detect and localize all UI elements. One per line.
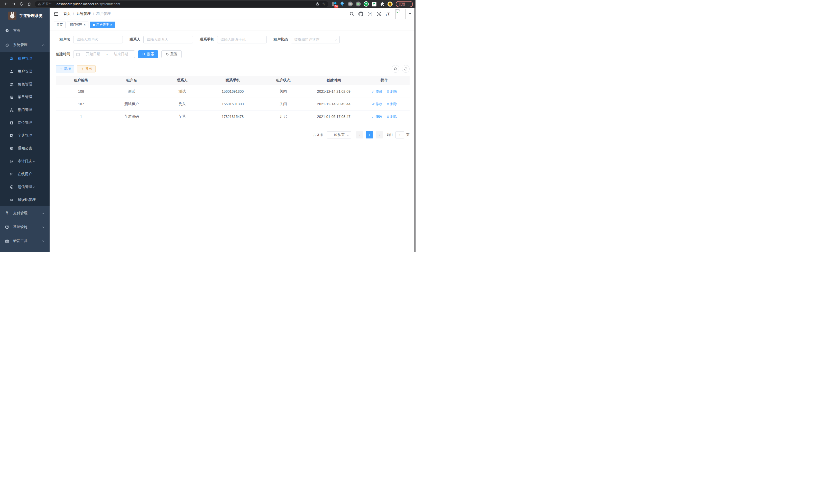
- extension-command[interactable]: ⌘: [348, 2, 353, 7]
- sidebar-item-sms[interactable]: 短信管理: [0, 181, 50, 194]
- extension-flag[interactable]: [372, 2, 377, 7]
- status-select[interactable]: [291, 36, 340, 43]
- chevron-down-icon: [41, 239, 45, 243]
- sidebar-collapse-button[interactable]: [54, 11, 59, 17]
- browser-home-button[interactable]: [26, 1, 32, 7]
- edit-button[interactable]: 修改: [372, 102, 382, 106]
- browser-reload-button[interactable]: [18, 1, 25, 7]
- filter-row-2: 创建时间 开始日期 - 结束日期 搜索 重置: [56, 50, 409, 58]
- sidebar-item-post[interactable]: 岗位管理: [0, 116, 50, 129]
- add-button[interactable]: 新增: [56, 65, 74, 72]
- sidebar-item-label: 字典管理: [18, 133, 32, 138]
- sidebar-item-dept[interactable]: 部门管理: [0, 103, 50, 116]
- status-select-input[interactable]: [291, 36, 340, 43]
- avatar[interactable]: [396, 9, 406, 19]
- refresh-table-button[interactable]: [402, 65, 409, 73]
- export-button[interactable]: 导出: [77, 65, 95, 72]
- extension-tampermonkey[interactable]: 10: [332, 2, 337, 7]
- bookmark-star-icon[interactable]: ☆: [322, 2, 325, 6]
- tags-view-bar: 首页 部门管理 租户管理: [50, 20, 416, 30]
- gear-icon: [5, 43, 9, 47]
- reset-button[interactable]: 重置: [161, 50, 182, 58]
- delete-button[interactable]: 删除: [386, 89, 397, 94]
- sidebar-item-infra[interactable]: 基础设施: [0, 220, 50, 234]
- sidebar-item-role[interactable]: 角色管理: [0, 78, 50, 91]
- chevron-down-icon: [41, 212, 45, 215]
- sidebar-item-dict[interactable]: 字典管理: [0, 129, 50, 142]
- browser-back-button[interactable]: [3, 1, 9, 7]
- goto-page-input[interactable]: [396, 131, 404, 139]
- filter-tenant-name: 租户名: [56, 36, 123, 43]
- browser-forward-button[interactable]: [10, 1, 17, 7]
- security-indicator[interactable]: 不安全: [37, 2, 52, 6]
- app-title: 芋道管理系统: [19, 13, 42, 18]
- delete-button[interactable]: 删除: [386, 114, 397, 119]
- sidebar-item-user[interactable]: 用户管理: [0, 65, 50, 78]
- filter-row-1: 租户名 联系人 联系手机 租户状态: [56, 36, 409, 43]
- chevron-down-icon: [32, 160, 35, 163]
- tab-tenant[interactable]: 租户管理: [90, 22, 115, 28]
- sidebar-item-label: 基础设施: [13, 225, 41, 229]
- extension-balloon[interactable]: [340, 2, 345, 7]
- pagination: 共 3 条 10条/页 1 前往 页: [56, 131, 409, 139]
- user-icon: [10, 69, 13, 73]
- phone-input[interactable]: [217, 36, 267, 43]
- chevron-down-icon: [41, 226, 45, 229]
- search-button[interactable]: 搜索: [138, 50, 158, 58]
- sidebar-item-home[interactable]: 首页: [0, 23, 50, 38]
- sidebar-item-online-user[interactable]: 在线用户: [0, 168, 50, 181]
- help-button[interactable]: [368, 12, 372, 16]
- extension-recorder[interactable]: [355, 2, 361, 7]
- app-logo[interactable]: 芋道管理系统: [0, 8, 50, 23]
- user-menu[interactable]: [396, 9, 411, 19]
- tab-close-icon[interactable]: [84, 23, 86, 27]
- show-search-toggle-button[interactable]: [392, 65, 399, 73]
- tab-close-icon[interactable]: [110, 23, 112, 27]
- tab-dept[interactable]: 部门管理: [67, 22, 88, 28]
- sidebar-item-audit-log[interactable]: 审计日志: [0, 155, 50, 168]
- chrome-update-button[interactable]: 更新 ⋮: [396, 1, 413, 7]
- edit-button[interactable]: 修改: [372, 89, 382, 94]
- github-link[interactable]: [359, 11, 363, 17]
- fullscreen-button[interactable]: [376, 11, 381, 16]
- code-icon: [10, 198, 13, 202]
- sidebar-item-error-code[interactable]: 错误码管理: [0, 194, 50, 206]
- page-1-button[interactable]: 1: [366, 131, 373, 139]
- share-button[interactable]: [316, 2, 319, 6]
- sidebar-item-label: 租户管理: [18, 56, 32, 61]
- prev-page-button[interactable]: [356, 131, 363, 139]
- font-size-button[interactable]: [385, 12, 390, 16]
- breadcrumb-home[interactable]: 首页: [63, 11, 71, 16]
- edit-button[interactable]: 修改: [372, 114, 382, 119]
- next-page-button[interactable]: [376, 131, 383, 139]
- hamburger-indent-icon: [54, 11, 59, 17]
- sidebar-item-dev-tools[interactable]: 研发工具: [0, 234, 50, 248]
- contact-input[interactable]: [143, 36, 193, 43]
- page-size-select[interactable]: 10条/页: [327, 131, 351, 139]
- tab-home[interactable]: 首页: [54, 22, 65, 28]
- profile-avatar[interactable]: [388, 2, 393, 7]
- table-header-row: 租户编号 租户名 联系人 联系手机 租户状态 创建时间 操作: [56, 76, 409, 85]
- delete-button[interactable]: 删除: [386, 102, 397, 106]
- date-range-picker[interactable]: 开始日期 - 结束日期: [73, 50, 135, 58]
- sidebar-item-pay[interactable]: ¥ 支付管理: [0, 206, 50, 220]
- search-icon: [349, 11, 354, 16]
- breadcrumb-system[interactable]: 系统管理: [76, 11, 91, 16]
- roles-icon: [10, 83, 13, 86]
- tenant-name-input[interactable]: [73, 36, 123, 43]
- sidebar-item-menu[interactable]: 菜单管理: [0, 91, 50, 103]
- logo-rabbit-icon: [8, 11, 17, 20]
- extension-y-app[interactable]: Y: [364, 2, 369, 7]
- sidebar-item-notice[interactable]: 通知公告: [0, 142, 50, 155]
- filter-status: 租户状态: [274, 36, 340, 43]
- share-icon: [316, 2, 319, 6]
- sidebar-item-tenant[interactable]: 租户管理: [0, 52, 50, 65]
- chrome-menu-icon[interactable]: ⋮: [407, 2, 410, 6]
- search-icon: [394, 67, 398, 71]
- address-bar[interactable]: 不安全 dashboard.yudao.iocoder.cn/system/te…: [35, 1, 328, 7]
- extensions-menu[interactable]: [379, 2, 385, 7]
- header-search-button[interactable]: [349, 11, 354, 16]
- col-tenant-id: 租户编号: [56, 76, 106, 85]
- fullscreen-icon: [376, 11, 381, 16]
- sidebar-item-system[interactable]: 系统管理: [0, 38, 50, 52]
